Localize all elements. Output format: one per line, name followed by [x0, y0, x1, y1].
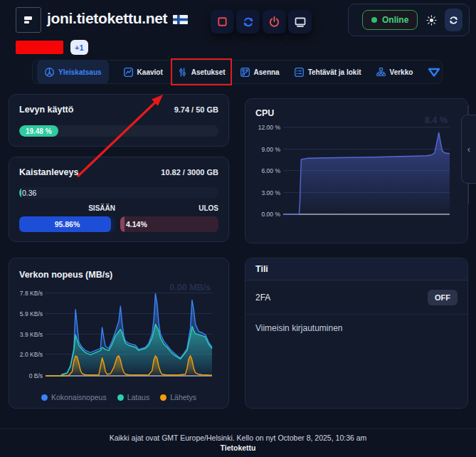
- tab-asetukset[interactable]: Asetukset: [177, 60, 226, 84]
- bandwidth-card: Kaistanleveys 10.82 / 3000 GB 0.36 SISÄÄ…: [9, 157, 229, 242]
- y-axis-tick-label: 2.0 KB/s: [20, 351, 43, 358]
- disk-percent-label: 19.48 %: [26, 127, 52, 135]
- install-icon: [240, 67, 250, 78]
- finnish-flag-icon: [173, 15, 188, 24]
- tab-label: Kaaviot: [137, 68, 163, 76]
- console-icon: [294, 16, 307, 28]
- y-axis-tick-label: 9.00 %: [262, 146, 280, 153]
- status-toolbar: Online: [348, 4, 470, 36]
- theme-toggle-button[interactable]: [425, 11, 438, 28]
- footer-brand-text: Tietokettu: [0, 443, 476, 452]
- power-icon: [268, 16, 280, 28]
- tab-kaaviot[interactable]: Kaaviot: [123, 60, 163, 84]
- tasks-logs-icon: [294, 67, 305, 78]
- legend-label: Kokonaisnopeus: [51, 393, 107, 401]
- cpu-y-axis: 12.00 %9.00 %6.00 %3.00 %0.00 %: [250, 120, 280, 214]
- tab-verkko[interactable]: Verkko: [376, 60, 413, 84]
- bandwidth-usage-fill: [19, 187, 21, 199]
- cpu-card: CPU 8.4 % 12.00 %9.00 %6.00 %3.00 %0.00 …: [245, 98, 468, 243]
- network-chart: [46, 288, 212, 376]
- bandwidth-out-bar: 4.14%: [120, 216, 218, 232]
- network-sitemap-icon: [376, 67, 386, 78]
- status-text: Online: [382, 15, 408, 25]
- restart-icon: [242, 16, 255, 28]
- disk-progress-track: 19.48 %: [19, 125, 218, 137]
- account-card: Tili 2FA OFF Viimeisin kirjautuminen: [245, 258, 468, 409]
- bandwidth-usage-label: 0.36: [22, 187, 36, 199]
- stop-icon: [216, 16, 228, 28]
- bandwidth-out-percent: 4.14%: [126, 216, 147, 232]
- cpu-card-title: CPU: [255, 108, 274, 118]
- disk-card-value: 9.74 / 50 GB: [174, 105, 218, 114]
- network-speed-card: Verkon nopeus (MB/s) 0.00 MB/s 7.8 KB/s5…: [9, 258, 229, 409]
- network-legend: Kokonaisnopeus Lataus Lähetys: [9, 393, 228, 401]
- tab-label: Asetukset: [191, 68, 226, 76]
- nav-overflow-button[interactable]: [427, 67, 441, 78]
- legend-dot: [41, 394, 48, 401]
- legend-item: Lataus: [117, 393, 150, 401]
- redaction-box: [16, 41, 63, 54]
- triangle-down-icon: [427, 67, 441, 78]
- account-2fa-label: 2FA: [255, 293, 270, 303]
- footer-divider: [0, 429, 476, 429]
- tab-label: Asenna: [254, 68, 280, 76]
- sun-icon: [426, 15, 437, 26]
- account-2fa-status-badge: OFF: [428, 290, 458, 305]
- y-axis-tick-label: 6.00 %: [262, 167, 280, 174]
- tab-asenna[interactable]: Asenna: [240, 60, 280, 84]
- page-title: joni.tietokettu.net: [47, 10, 167, 27]
- restart-button[interactable]: [236, 10, 260, 33]
- status-badge: Online: [362, 10, 418, 30]
- y-axis-tick-label: 0.00 %: [262, 211, 280, 218]
- status-dot-icon: [371, 17, 377, 23]
- y-axis-tick-label: 5.9 KB/s: [20, 310, 43, 317]
- account-last-login-row: Viimeisin kirjautuminen: [245, 314, 467, 342]
- power-button[interactable]: [263, 10, 286, 33]
- refresh-button[interactable]: [445, 9, 462, 31]
- legend-item: Kokonaisnopeus: [41, 393, 107, 401]
- tab-yleiskatsaus[interactable]: Yleiskatsaus: [37, 60, 109, 84]
- y-axis-tick-label: 3.00 %: [262, 189, 280, 196]
- legend-dot: [117, 394, 124, 401]
- network-y-axis: 7.8 KB/s5.9 KB/s3.9 KB/s2.0 KB/s0 B/s: [12, 288, 43, 376]
- legend-label: Lähetys: [170, 393, 196, 401]
- disk-usage-card: Levyn käyttö 9.74 / 50 GB 19.48 %: [9, 94, 229, 147]
- bandwidth-card-title: Kaistanleveys: [19, 167, 78, 177]
- console-button[interactable]: [288, 10, 312, 33]
- stop-button[interactable]: [211, 10, 234, 33]
- more-tags-badge[interactable]: +1: [70, 40, 88, 55]
- tab-tehtavat-ja-lokit[interactable]: Tehtävät ja lokit: [294, 60, 361, 84]
- bandwidth-in-bar: 95.86%: [19, 216, 115, 232]
- legend-label: Lataus: [127, 393, 150, 401]
- y-axis-tick-label: 0 B/s: [29, 372, 43, 379]
- disk-progress-fill: 19.48 %: [19, 125, 58, 137]
- logo-icon: [23, 14, 34, 26]
- disk-card-title: Levyn käyttö: [19, 105, 73, 115]
- account-card-title: Tili: [255, 264, 268, 274]
- bandwidth-out-label: ULOS: [120, 204, 218, 212]
- account-card-header: Tili: [245, 258, 467, 280]
- logo[interactable]: [16, 7, 41, 33]
- tab-label: Yleiskatsaus: [58, 68, 102, 76]
- bandwidth-out-fill: [120, 216, 125, 232]
- charts-icon: [123, 67, 134, 78]
- account-2fa-row: 2FA OFF: [245, 280, 467, 314]
- bandwidth-in-percent: 95.86%: [19, 216, 115, 232]
- nav-bar: Yleiskatsaus Kaaviot Asetukset Asenn: [32, 60, 443, 84]
- tab-label: Verkko: [390, 68, 413, 76]
- network-card-title: Verkon nopeus (MB/s): [19, 270, 112, 280]
- cpu-chart: [283, 120, 450, 214]
- y-axis-tick-label: 12.00 %: [258, 124, 280, 131]
- legend-item: Lähetys: [160, 393, 196, 401]
- y-axis-tick-label: 7.8 KB/s: [20, 290, 43, 297]
- drawer-handle[interactable]: ‹: [461, 115, 476, 184]
- account-last-login-label: Viimeisin kirjautuminen: [255, 323, 343, 333]
- bandwidth-usage-track: 0.36: [19, 187, 218, 199]
- legend-dot: [160, 394, 166, 401]
- y-axis-tick-label: 3.9 KB/s: [20, 331, 43, 338]
- tab-label: Tehtävät ja lokit: [308, 68, 361, 76]
- overview-icon: [44, 67, 55, 78]
- footer-timezone-text: Kaikki ajat ovat GMT Europe/Helsinki. Ke…: [0, 434, 476, 442]
- bandwidth-in-label: SISÄÄN: [19, 204, 115, 212]
- refresh-icon: [448, 15, 459, 26]
